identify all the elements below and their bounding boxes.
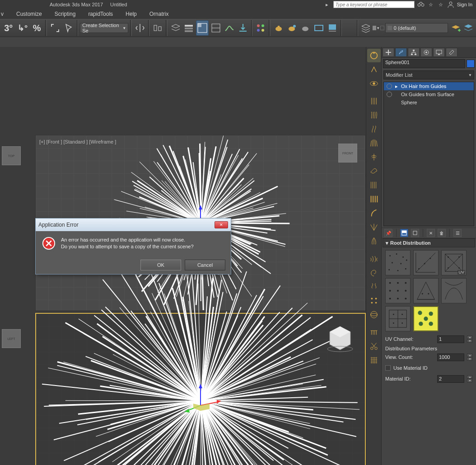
menu-customize[interactable]: Customize (10, 9, 48, 19)
tab-hierarchy-icon[interactable] (408, 48, 420, 57)
angle-snap-icon[interactable]: 3° (2, 20, 15, 36)
render-frame-icon[interactable] (313, 20, 325, 36)
viewport-front-label[interactable]: [+] [Front ] [Standard ] [Wireframe ] (39, 139, 116, 144)
modifier-list-dropdown[interactable]: Modifier List▼ (383, 70, 474, 79)
ox-scissors-icon[interactable] (367, 339, 381, 353)
viewcube-left[interactable]: LEFT (2, 329, 21, 348)
ox-strands-1-icon[interactable] (367, 94, 381, 108)
layer-dropdown[interactable]: 0 (default) (385, 23, 448, 33)
binoculars-icon[interactable] (417, 1, 425, 8)
make-unique-icon[interactable] (411, 229, 419, 237)
use-material-id-checkbox[interactable] (385, 365, 391, 371)
mirror-icon[interactable] (134, 20, 146, 36)
star-icon-2[interactable]: ☆ (437, 1, 444, 8)
configure-sets-icon[interactable]: ☰ (453, 229, 462, 237)
ox-strands-wave-icon[interactable] (367, 108, 381, 122)
selection-bracket-icon[interactable] (49, 20, 61, 36)
download-icon[interactable] (237, 20, 249, 36)
curve-editor-icon[interactable] (196, 20, 209, 36)
teapot-render-icon[interactable] (272, 20, 285, 36)
menu-scripting[interactable]: Scripting (48, 9, 82, 19)
tab-display-icon[interactable] (433, 48, 445, 57)
ox-dots-icon[interactable] (367, 294, 381, 307)
move-gizmo-persp-icon[interactable] (178, 383, 223, 419)
layer-color-2[interactable] (380, 26, 384, 30)
viewport-perspective[interactable]: z x y (35, 313, 366, 465)
teapot-render-setup-icon[interactable] (285, 20, 298, 36)
material-id-spinner[interactable]: 2 (437, 375, 464, 383)
ox-comb-icon[interactable] (367, 326, 381, 339)
teapot-grey-icon[interactable] (299, 20, 312, 36)
selection-lock-icon[interactable] (62, 20, 75, 36)
modifier-item[interactable]: Sphere (384, 98, 474, 107)
ox-clump-icon[interactable] (367, 234, 381, 248)
dialog-close-icon[interactable]: ✕ (215, 221, 228, 228)
object-color-swatch[interactable] (467, 60, 475, 68)
dist-selected-icon[interactable] (413, 306, 439, 331)
pin-stack-icon[interactable]: 📌 (384, 229, 392, 237)
search-input[interactable] (333, 1, 415, 8)
search-dropdown-icon[interactable]: ▸ (323, 1, 331, 8)
rollout-header[interactable]: ▾ Root Distribution (383, 238, 475, 247)
show-end-result-icon[interactable] (400, 229, 408, 237)
viewcube-front[interactable]: FRONT (338, 144, 357, 163)
tab-modify-icon[interactable] (395, 48, 407, 57)
viewcube-persp-icon[interactable] (324, 323, 356, 354)
ox-wave-group-icon[interactable] (367, 252, 381, 265)
percent-snap-icon[interactable]: % (30, 20, 43, 36)
expand-icon[interactable]: ▸ (395, 84, 398, 89)
eye-icon[interactable] (387, 92, 392, 97)
user-icon[interactable] (447, 1, 454, 8)
ox-arrow-icon[interactable] (367, 63, 381, 76)
trash-icon[interactable]: 🗑 (438, 229, 446, 237)
layer-explorer-icon[interactable] (169, 20, 182, 36)
graph-icon[interactable] (223, 20, 236, 36)
schematic-view-icon[interactable] (210, 20, 222, 36)
menu-rapidtools[interactable]: rapidTools (82, 9, 119, 19)
ox-feather-icon[interactable] (367, 150, 381, 164)
sign-in-link[interactable]: Sign In (457, 2, 472, 7)
dist-face-icon[interactable] (413, 278, 439, 303)
dist-curve-icon[interactable] (441, 278, 467, 303)
material-editor-icon[interactable] (254, 20, 267, 36)
ox-ring-icon[interactable] (367, 49, 381, 62)
dist-vertex-icon[interactable] (385, 278, 411, 303)
spinner-snap-icon[interactable]: ↳° (16, 20, 29, 36)
eye-icon[interactable] (387, 84, 392, 89)
ox-lines-icon[interactable] (367, 178, 381, 192)
layer-stack-icon[interactable] (360, 21, 372, 35)
layer-color-1[interactable] (373, 26, 376, 30)
uv-channel-spinner[interactable]: 1 (437, 335, 464, 343)
ok-button[interactable]: OK (140, 260, 181, 270)
dist-edge-icon[interactable] (413, 250, 439, 275)
spinner-arrows[interactable]: ▴▾ (467, 335, 472, 343)
tab-create-icon[interactable] (383, 48, 394, 57)
spinner-arrows[interactable]: ▴▾ (467, 375, 472, 382)
ox-lines-thick-icon[interactable] (367, 192, 381, 206)
ox-eye-icon[interactable] (367, 77, 381, 90)
viewcube-top[interactable]: TOP (2, 146, 21, 165)
tab-motion-icon[interactable] (420, 48, 432, 57)
ox-bird-icon[interactable] (367, 164, 381, 178)
ox-swirl-icon[interactable] (367, 266, 381, 279)
align-icon[interactable] (151, 20, 164, 36)
spinner-arrows[interactable]: ▴▾ (467, 353, 472, 361)
ox-braid-icon[interactable] (367, 280, 381, 293)
toggle-ribbon-icon[interactable] (182, 20, 195, 36)
dist-even-icon[interactable] (385, 306, 411, 331)
object-name-field[interactable]: Sphere001 (383, 59, 465, 68)
dist-uv-icon[interactable]: UV (441, 250, 467, 275)
modifier-item[interactable]: ▸Ox Hair from Guides (384, 82, 474, 90)
ox-weave-icon[interactable] (367, 353, 381, 367)
render-output-icon[interactable] (326, 20, 339, 36)
view-count-spinner[interactable]: 1000 (437, 353, 464, 361)
ox-spread-icon[interactable] (367, 220, 381, 234)
cancel-button[interactable]: Cancel (185, 260, 225, 270)
layers-icon[interactable] (462, 21, 474, 35)
named-selection-dropdown[interactable]: Create Selection Se▼ (80, 23, 128, 33)
star-icon[interactable]: ☆ (427, 1, 434, 8)
dialog-titlebar[interactable]: Application Error ✕ (36, 219, 231, 231)
tab-utilities-icon[interactable] (446, 48, 457, 57)
menu-view[interactable]: v (0, 9, 10, 19)
ox-strands-curl-icon[interactable] (367, 122, 381, 136)
